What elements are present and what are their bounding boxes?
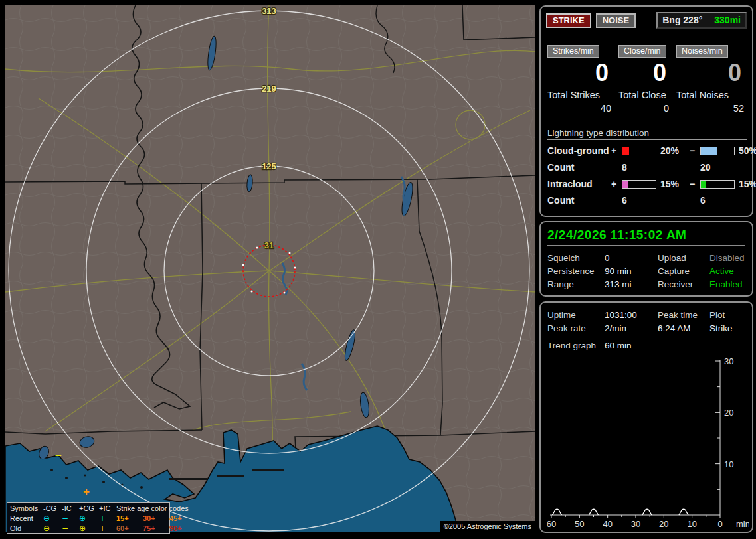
close-per-min-chip: Close/min	[618, 45, 666, 58]
svg-text:20: 20	[659, 519, 668, 529]
noises-per-min-chip: Noises/min	[676, 45, 728, 58]
cg-plus-bar-fill	[622, 147, 629, 155]
recent-neg-cg-icon: ⊖	[43, 514, 62, 524]
peak-rate-label: Peak rate	[547, 322, 605, 335]
total-noises-label: Total Noises	[676, 90, 745, 100]
receiver-status: Enabled	[709, 278, 745, 291]
total-strikes-label: Total Strikes	[547, 90, 613, 100]
trend-peak	[589, 509, 599, 515]
copyright-label: ©2005 Astrogenic Systems	[440, 521, 535, 532]
ic-plus-bar	[622, 180, 656, 189]
legend-col-neg-cg: -CG	[43, 504, 62, 514]
close-rate-value: 0	[618, 59, 670, 87]
noise-mode-button[interactable]: NOISE	[596, 13, 636, 28]
recent-pos-cg-icon: ⊕	[79, 514, 99, 524]
status-grid: Squelch 0 Upload Disabled Persistence 90…	[547, 252, 745, 291]
cg-plus-pct: 20%	[660, 145, 684, 156]
bearing-value: Bng 228°	[662, 15, 702, 25]
map-canvas: 313 219 125 31 −+	[5, 5, 535, 532]
mode-controls: STRIKE NOISE Bng 228° 330mi	[546, 12, 747, 29]
age-75: 75+	[143, 524, 169, 534]
session-grid: Uptime 1031:00 Peak time Plot Peak rate …	[547, 309, 745, 335]
capture-status: Active	[709, 265, 745, 278]
legend-recent-row: Recent ⊖ − ⊕ + 15+ 30+ 45+	[10, 514, 167, 524]
ring-label-125: 125	[262, 161, 276, 171]
counter-col-close: Close/min	[618, 44, 670, 58]
peak-rate-value: 2/min	[605, 322, 658, 335]
ic-plus-sign: +	[610, 179, 618, 189]
squelch-value: 0	[605, 252, 658, 265]
squelch-label: Squelch	[547, 252, 605, 265]
uptime-value: 1031:00	[605, 309, 658, 322]
total-strikes-value: 40	[547, 103, 613, 114]
recent-pos-ic-icon: +	[99, 514, 116, 524]
capture-label: Capture	[658, 265, 709, 278]
svg-text:30: 30	[724, 356, 733, 366]
range-label: Range	[547, 278, 605, 291]
svg-text:0: 0	[717, 519, 722, 529]
trend-graph-label: Trend graph	[547, 341, 605, 350]
svg-text:40: 40	[603, 519, 612, 529]
svg-text:30: 30	[631, 519, 640, 529]
strike-mode-button[interactable]: STRIKE	[546, 13, 591, 28]
ic-plus-count: 6	[622, 195, 656, 206]
strike-symbol: −	[55, 449, 62, 462]
uptime-label: Uptime	[547, 309, 605, 322]
intracloud-label: Intracloud	[547, 179, 606, 189]
cg-minus-bar	[700, 147, 735, 155]
ic-plus-pct: 15%	[660, 179, 684, 189]
cg-minus-count: 20	[700, 162, 735, 173]
peak-time-value: 6:24 AM	[658, 322, 709, 335]
cg-count-label: Count	[547, 162, 606, 173]
status-panel: 2/24/2026 11:15:02 AM Squelch 0 Upload D…	[539, 221, 753, 297]
svg-text:10: 10	[724, 459, 733, 469]
total-close-value: 0	[618, 103, 670, 114]
noises-rate-value: 0	[676, 59, 745, 87]
svg-text:10: 10	[687, 519, 696, 529]
svg-text:60: 60	[547, 519, 556, 529]
strikes-per-min-chip: Strikes/min	[547, 45, 599, 58]
svg-text:min: min	[736, 519, 749, 529]
bearing-readout: Bng 228° 330mi	[656, 12, 747, 29]
cloud-ground-label: Cloud-ground	[547, 145, 606, 156]
cg-plus-sign: +	[610, 145, 618, 156]
legend-recent-label: Recent	[10, 514, 43, 524]
total-close-label: Total Close	[618, 90, 670, 100]
counter-col-strikes: Strikes/min	[547, 44, 613, 58]
svg-text:20: 20	[724, 408, 733, 418]
ic-minus-bar	[700, 180, 735, 189]
legend-col-pos-ic: +IC	[99, 504, 116, 514]
ring-label-31: 31	[264, 240, 274, 250]
old-pos-ic-icon: +	[99, 524, 116, 534]
total-noises-value: 52	[676, 103, 745, 114]
session-panel: Uptime 1031:00 Peak time Plot Peak rate …	[539, 301, 753, 533]
legend-age-title: Strike age color codes	[116, 504, 193, 514]
cg-minus-bar-fill	[701, 147, 717, 155]
lightning-map[interactable]: 313 219 125 31 −+ Symbols -CG -IC +CG +I…	[5, 5, 535, 532]
legend-header-row: Symbols -CG -IC +CG +IC Strike age color…	[10, 504, 167, 514]
trend-peak	[642, 509, 652, 515]
ic-minus-sign: −	[688, 179, 696, 189]
range-value: 313 mi	[605, 278, 658, 291]
age-30: 30+	[143, 514, 169, 524]
persistence-value: 90 min	[605, 265, 658, 278]
distribution-title: Lightning type distribution	[547, 128, 747, 140]
receiver-label: Receiver	[658, 278, 709, 291]
persistence-label: Persistence	[547, 265, 605, 278]
datetime-display: 2/24/2026 11:15:02 AM	[547, 228, 745, 246]
plot-mode-value[interactable]: Strike	[709, 322, 745, 335]
ring-label-219: 219	[262, 84, 276, 94]
old-neg-ic-icon: −	[62, 524, 79, 534]
legend-symbols-label: Symbols	[10, 504, 43, 514]
trend-peak	[679, 509, 688, 515]
age-90: 90+	[169, 524, 193, 534]
trend-settings: Trend graph 60 min	[547, 341, 745, 350]
app-window: 313 219 125 31 −+ Symbols -CG -IC +CG +I…	[0, 0, 756, 539]
old-neg-cg-icon: ⊖	[43, 524, 62, 534]
age-60: 60+	[116, 524, 143, 534]
trend-peak	[552, 509, 561, 515]
strikes-rate-value: 0	[547, 59, 613, 87]
cg-minus-sign: −	[688, 145, 696, 156]
ic-minus-bar-fill	[701, 181, 706, 188]
ic-plus-bar-fill	[622, 181, 628, 188]
